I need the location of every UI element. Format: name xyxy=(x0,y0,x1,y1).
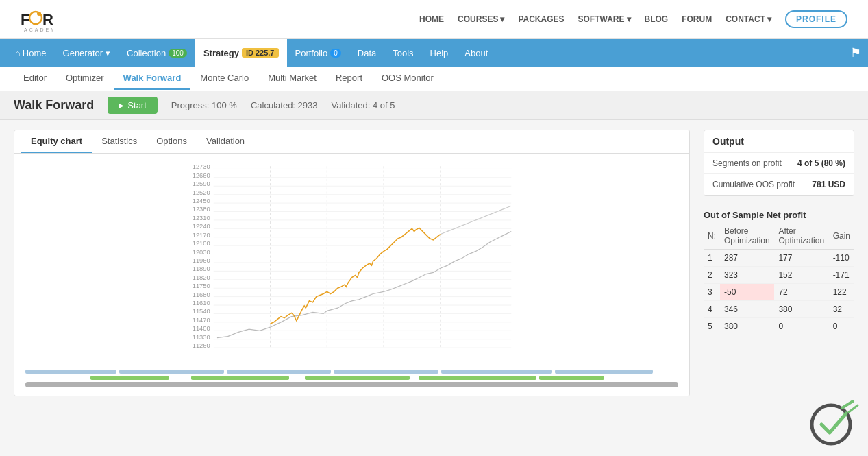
row1-n: 1 xyxy=(704,250,720,267)
row2-after: 152 xyxy=(774,267,828,284)
svg-text:F: F xyxy=(21,11,29,28)
main-content: Equity chart Statistics Options Validati… xyxy=(0,120,868,406)
svg-text:12590: 12590 xyxy=(193,180,210,187)
output-title: Output xyxy=(704,130,854,153)
secnav-home[interactable]: ⌂ Home xyxy=(7,39,55,67)
nav-forum[interactable]: FORUM xyxy=(682,14,712,24)
table-row: 2 323 152 -171 xyxy=(704,267,854,284)
tab-options[interactable]: Options xyxy=(147,130,197,153)
svg-point-2 xyxy=(37,12,41,16)
svg-text:12450: 12450 xyxy=(193,197,210,204)
chart-scrollbars xyxy=(21,370,682,387)
svg-text:12660: 12660 xyxy=(193,172,210,179)
tertnav-multimarket[interactable]: Multi Market xyxy=(258,67,326,90)
tertnav-oosmonitor[interactable]: OOS Monitor xyxy=(372,67,443,90)
col-before: Before Optimization xyxy=(720,223,774,250)
segment-bars xyxy=(24,370,680,374)
scroll-bar[interactable] xyxy=(25,382,678,387)
secnav-collection[interactable]: Collection 100 xyxy=(119,39,195,67)
svg-text:11610: 11610 xyxy=(193,300,210,307)
courses-chevron-icon: ▾ xyxy=(500,14,504,24)
nav-software[interactable]: SOFTWARE ▾ xyxy=(578,14,631,24)
col-after: After Optimization xyxy=(774,223,828,250)
tertnav-editor[interactable]: Editor xyxy=(14,67,56,90)
segments-label: Segments on profit xyxy=(712,158,782,168)
cumulative-label: Cumulative OOS profit xyxy=(712,180,795,189)
software-chevron-icon: ▾ xyxy=(627,14,631,24)
logo: F REX ACADEMY xyxy=(21,5,53,33)
watermark xyxy=(806,394,854,406)
strategy-tag: ID 225.7 xyxy=(242,48,279,58)
generator-chevron-icon: ▾ xyxy=(106,48,110,58)
col-n: N: xyxy=(704,223,720,250)
profile-button[interactable]: PROFILE xyxy=(785,10,847,28)
profit-table: N: Before Optimization After Optimizatio… xyxy=(704,223,854,335)
svg-text:12240: 12240 xyxy=(193,223,210,230)
nav-home[interactable]: HOME xyxy=(419,14,444,24)
secnav-data[interactable]: Data xyxy=(349,39,384,67)
row1-after: 177 xyxy=(774,250,828,267)
svg-text:11960: 11960 xyxy=(193,257,210,264)
top-menu: HOME COURSES ▾ PACKAGES SOFTWARE ▾ BLOG … xyxy=(419,10,847,28)
table-row: 3 -50 72 122 xyxy=(704,284,854,301)
nav-courses[interactable]: COURSES ▾ xyxy=(458,14,504,24)
portfolio-badge: 0 xyxy=(330,49,341,58)
page-title: Walk Forward xyxy=(14,98,94,112)
nav-blog[interactable]: BLOG xyxy=(645,14,669,24)
header-info: Progress: 100 % Calculated: 2933 Validat… xyxy=(171,100,395,110)
start-button[interactable]: ▶ Start xyxy=(108,97,157,114)
row4-after: 380 xyxy=(774,301,828,318)
secondary-nav: ⌂ Home Generator ▾ Collection 100 Strate… xyxy=(0,39,868,67)
secnav-right: ⚑ xyxy=(850,45,861,60)
output-row-segments: Segments on profit 4 of 5 (80 %) xyxy=(704,153,854,174)
chart-area: 12730 12660 12590 12520 12450 12380 1231… xyxy=(14,154,689,396)
svg-text:12100: 12100 xyxy=(193,240,210,247)
green-bars xyxy=(24,376,680,380)
tab-equity-chart[interactable]: Equity chart xyxy=(21,130,92,153)
row5-gain: 0 xyxy=(829,318,854,335)
nav-contact[interactable]: CONTACT ▾ xyxy=(726,14,771,24)
row3-gain: 122 xyxy=(829,284,854,301)
logo-svg: F REX ACADEMY xyxy=(21,5,53,33)
collection-badge: 100 xyxy=(169,49,187,58)
tertnav-optimizer[interactable]: Optimizer xyxy=(56,67,114,90)
tertnav-walkforward[interactable]: Walk Forward xyxy=(114,67,191,90)
row3-before: -50 xyxy=(720,284,774,301)
svg-text:REX: REX xyxy=(42,11,53,28)
tab-validation[interactable]: Validation xyxy=(197,130,254,153)
flag-icon: ⚑ xyxy=(850,46,861,60)
svg-text:11890: 11890 xyxy=(193,265,210,272)
row2-gain: -171 xyxy=(829,267,854,284)
home-icon: ⌂ xyxy=(15,48,21,58)
secnav-about[interactable]: About xyxy=(456,39,496,67)
secnav-portfolio[interactable]: Portfolio 0 xyxy=(287,39,349,67)
svg-text:12380: 12380 xyxy=(193,206,210,213)
row4-before: 346 xyxy=(720,301,774,318)
tertnav-montecarlo[interactable]: Monte Carlo xyxy=(190,67,258,90)
row2-before: 323 xyxy=(720,267,774,284)
calculated-label: Calculated: 2933 xyxy=(251,100,318,110)
svg-line-54 xyxy=(842,401,853,406)
svg-text:11540: 11540 xyxy=(193,308,210,315)
svg-text:11750: 11750 xyxy=(193,283,210,289)
secnav-help[interactable]: Help xyxy=(422,39,457,67)
secnav-tools[interactable]: Tools xyxy=(384,39,421,67)
tab-statistics[interactable]: Statistics xyxy=(92,130,147,153)
right-panel: Output Segments on profit 4 of 5 (80 %) … xyxy=(704,130,854,396)
nav-packages[interactable]: PACKAGES xyxy=(518,14,564,24)
secnav-generator[interactable]: Generator ▾ xyxy=(55,39,119,67)
svg-text:ACADEMY: ACADEMY xyxy=(24,27,53,32)
equity-chart-svg: 12730 12660 12590 12520 12450 12380 1231… xyxy=(21,160,682,366)
table-row: 4 346 380 32 xyxy=(704,301,854,318)
row2-n: 2 xyxy=(704,267,720,284)
svg-text:11400: 11400 xyxy=(193,325,210,332)
cumulative-value: 781 USD xyxy=(812,180,845,189)
svg-text:12170: 12170 xyxy=(193,232,210,239)
svg-text:12520: 12520 xyxy=(193,189,210,196)
tertnav-report[interactable]: Report xyxy=(326,67,372,90)
progress-label: Progress: 100 % xyxy=(171,100,237,110)
profit-table-title: Out of Sample Net profit xyxy=(704,207,854,223)
row3-n: 3 xyxy=(704,284,720,301)
profit-table-container: Out of Sample Net profit N: Before Optim… xyxy=(704,207,854,335)
secnav-strategy[interactable]: Strategy ID 225.7 xyxy=(195,39,287,67)
